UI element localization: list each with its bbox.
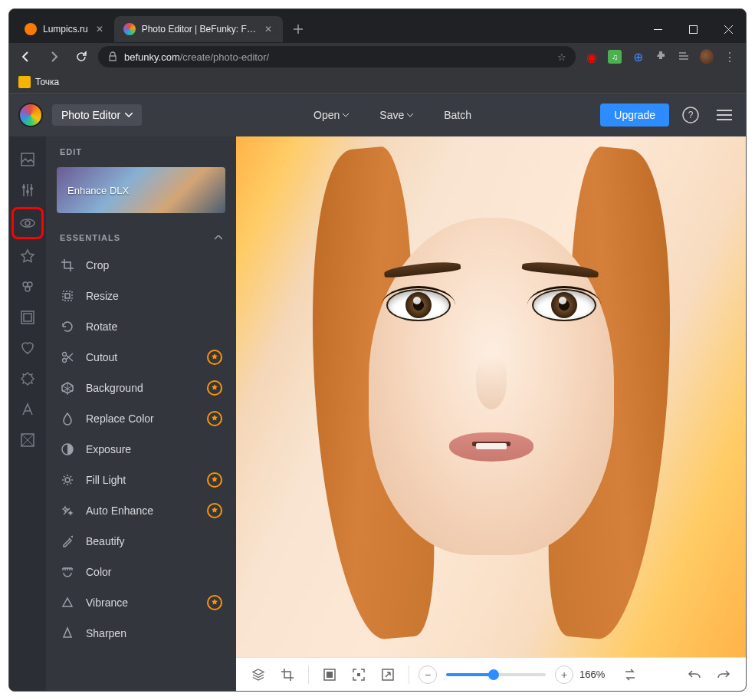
tool-sharpen[interactable]: Sharpen: [46, 618, 236, 649]
fullscreen-icon[interactable]: [376, 663, 399, 686]
layers-icon[interactable]: [247, 663, 270, 686]
side-rail: [9, 136, 46, 691]
tool-label: Vibrance: [86, 596, 196, 609]
tab-close-icon[interactable]: ✕: [263, 24, 274, 35]
zoom-track[interactable]: [446, 673, 546, 676]
panel-title: EDIT: [46, 136, 236, 167]
zoom-in-button[interactable]: +: [555, 665, 573, 684]
canvas-image[interactable]: [236, 136, 746, 657]
tab-close-icon[interactable]: ✕: [94, 24, 105, 35]
rail-text-icon[interactable]: [14, 396, 41, 423]
zoom-percent: 166%: [579, 669, 605, 680]
rail-frames-icon[interactable]: [14, 304, 41, 331]
chevron-up-icon: [215, 235, 222, 240]
rail-touchup-icon[interactable]: [11, 207, 44, 239]
hamburger-menu[interactable]: [712, 103, 737, 127]
exposure-icon: [60, 442, 75, 457]
menu-icon[interactable]: ⋮: [723, 50, 737, 64]
help-button[interactable]: ?: [678, 103, 703, 127]
upgrade-button[interactable]: Upgrade: [600, 104, 669, 127]
rail-star-icon[interactable]: [14, 242, 41, 270]
browser-tab[interactable]: Lumpics.ru ✕: [15, 16, 114, 42]
minimize-button[interactable]: [640, 15, 675, 43]
tool-exposure[interactable]: Exposure: [46, 434, 236, 465]
maximize-button[interactable]: [675, 15, 711, 43]
save-button[interactable]: Save: [370, 104, 422, 126]
tool-label: Rotate: [86, 320, 222, 333]
tool-color[interactable]: Color: [46, 557, 236, 587]
close-button[interactable]: [711, 15, 746, 43]
tool-filllight[interactable]: Fill Light: [46, 465, 236, 495]
forward-button[interactable]: [43, 46, 64, 67]
tool-vibrance[interactable]: Vibrance: [46, 587, 236, 618]
url-path: /create/photo-editor/: [180, 51, 269, 63]
browser-tab-active[interactable]: Photo Editor | BeFunky: Free Onli ✕: [114, 16, 283, 42]
enhance-dlx-card[interactable]: Enhance DLX: [57, 167, 225, 213]
tool-beautify[interactable]: Beautify: [46, 526, 236, 557]
rail-image-icon[interactable]: [14, 146, 41, 173]
redo-button[interactable]: [712, 663, 735, 686]
rail-overlay-icon[interactable]: [14, 365, 41, 393]
tool-label: Crop: [86, 259, 222, 271]
rail-textures-icon[interactable]: [14, 426, 41, 454]
svg-point-19: [65, 478, 70, 482]
svg-point-9: [23, 282, 28, 287]
editor-mode-dropdown[interactable]: Photo Editor: [52, 104, 142, 126]
undo-button[interactable]: [683, 663, 706, 686]
bookmark-item[interactable]: Точка: [35, 77, 59, 87]
resize-icon: [60, 288, 75, 304]
center-icon[interactable]: [347, 663, 370, 686]
reading-list-icon[interactable]: [677, 50, 691, 64]
tool-label: Fill Light: [86, 474, 196, 486]
fit-icon[interactable]: [318, 663, 341, 686]
new-tab-button[interactable]: [287, 18, 309, 40]
rail-effects-icon[interactable]: [14, 273, 41, 301]
tab-title: Lumpics.ru: [43, 24, 88, 35]
folder-icon: [18, 76, 31, 88]
rail-heart-icon[interactable]: [14, 334, 41, 362]
app-logo[interactable]: [18, 103, 43, 127]
reset-icon[interactable]: [619, 663, 642, 686]
tool-background[interactable]: Background: [46, 373, 236, 403]
zoom-thumb[interactable]: [488, 669, 499, 680]
address-bar-row: befunky.com/create/photo-editor/ ☆ ◉ ♫ ⊕…: [9, 43, 746, 71]
zoom-out-button[interactable]: −: [419, 665, 437, 684]
tool-replacecolor[interactable]: Replace Color: [46, 403, 236, 434]
cutout-icon: [60, 350, 75, 365]
star-icon[interactable]: ☆: [557, 51, 566, 63]
premium-badge-icon: [207, 472, 222, 488]
tool-label: Auto Enhance: [86, 504, 196, 517]
svg-text:?: ?: [688, 110, 694, 120]
zoom-slider[interactable]: − + 166%: [419, 665, 605, 684]
tool-crop[interactable]: Crop: [46, 250, 236, 281]
back-button[interactable]: [15, 46, 37, 67]
svg-point-16: [63, 359, 67, 363]
premium-badge-icon: [207, 411, 222, 426]
batch-button[interactable]: Batch: [435, 104, 481, 126]
reload-button[interactable]: [71, 46, 92, 67]
tool-cutout[interactable]: Cutout: [46, 342, 236, 373]
tool-rotate[interactable]: Rotate: [46, 311, 236, 342]
svg-rect-21: [327, 672, 333, 678]
premium-badge-icon: [207, 350, 222, 365]
profile-avatar[interactable]: [700, 50, 714, 64]
svg-point-11: [25, 287, 30, 291]
tool-label: Beautify: [86, 535, 222, 547]
crop-tool-icon[interactable]: [276, 663, 299, 686]
tool-autoenhance[interactable]: Auto Enhance: [46, 495, 236, 526]
tool-label: Replace Color: [86, 412, 196, 425]
open-button[interactable]: Open: [304, 104, 358, 126]
extension-icon[interactable]: ♫: [608, 50, 622, 64]
rail-sliders-icon[interactable]: [14, 176, 41, 204]
vibrance-icon: [60, 595, 75, 610]
extensions-icon[interactable]: [654, 50, 668, 64]
chevron-down-icon: [125, 113, 133, 117]
section-header[interactable]: ESSENTIALS: [46, 225, 236, 250]
tool-resize[interactable]: Resize: [46, 281, 236, 311]
replacecolor-icon: [60, 411, 75, 426]
svg-rect-0: [689, 25, 697, 33]
address-bar[interactable]: befunky.com/create/photo-editor/ ☆: [98, 46, 576, 67]
extension-icon[interactable]: ⊕: [631, 50, 645, 64]
extension-icon[interactable]: ◉: [585, 50, 599, 64]
premium-badge-icon: [207, 503, 222, 518]
